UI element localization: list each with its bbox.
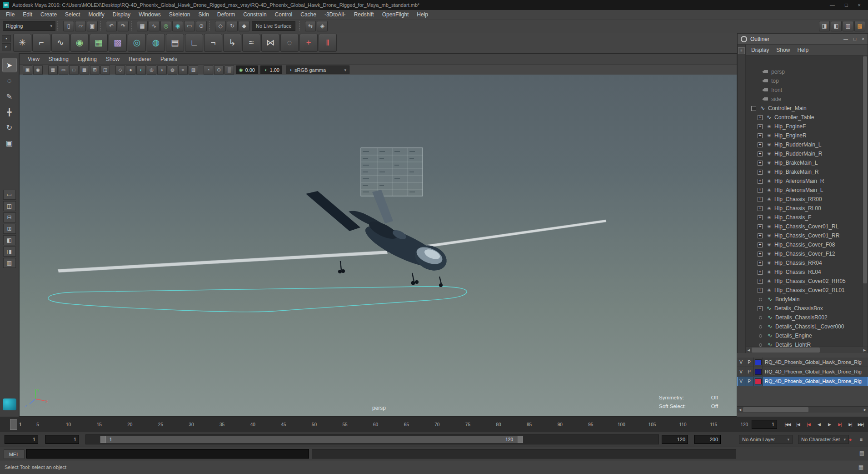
layer-color-cell[interactable]: [753, 367, 763, 376]
outliner-item-side[interactable]: side: [746, 95, 868, 104]
geodesic-voxel-bind-icon[interactable]: ◍: [147, 34, 165, 52]
shadows-icon[interactable]: ◗: [157, 66, 167, 75]
outliner-item-details-chassisl-cover000[interactable]: ∿Details_ChassisL_Cover000: [746, 322, 868, 331]
menu-3dtoall[interactable]: -3DtoAll-: [320, 10, 350, 20]
layer-name[interactable]: RQ_4D_Phoenix_Global_Hawk_Drone_Rig: [763, 367, 868, 376]
ik-handle-icon[interactable]: ⌐: [32, 34, 50, 52]
display-layer-row[interactable]: VPRQ_4D_Phoenix_Global_Hawk_Drone_Rig: [737, 377, 868, 386]
isolate-select-icon[interactable]: ⊙: [214, 66, 224, 75]
step-back-key-button[interactable]: |◀: [803, 419, 813, 430]
snap-to-points-icon[interactable]: ◎: [160, 21, 171, 31]
paint-skin-weights-icon[interactable]: ≈: [242, 34, 260, 52]
scale-tool[interactable]: ▣: [3, 136, 16, 150]
outliner-minimize-button[interactable]: —: [843, 36, 848, 41]
layer-name[interactable]: RQ_4D_Phoenix_Global_Hawk_Drone_Rig: [763, 377, 868, 386]
outliner-item-hlp-chassis-rr00[interactable]: +✳Hlp_Chassis_RR00: [746, 195, 868, 204]
select-tool[interactable]: ➤: [2, 58, 17, 72]
display-layer-row[interactable]: VPRQ_4D_Phoenix_Global_Hawk_Drone_Rig: [737, 367, 868, 377]
add-influence-icon[interactable]: ⋈: [261, 34, 279, 52]
layer-visibility-toggle[interactable]: V: [737, 358, 745, 367]
minimize-window-button[interactable]: —: [830, 2, 835, 8]
command-result-field[interactable]: [312, 449, 736, 459]
step-forward-key-button[interactable]: ▶|: [835, 419, 845, 430]
panel-menu-view[interactable]: View: [23, 56, 44, 62]
ik-spline-icon[interactable]: ∿: [51, 34, 70, 52]
character-set-dropdown[interactable]: No Character Set: [798, 435, 849, 444]
separator-handle[interactable]: [57, 21, 61, 30]
use-all-lights-icon[interactable]: ◎: [147, 66, 156, 75]
collapse-toggle-icon[interactable]: −: [751, 106, 756, 111]
select-camera-icon[interactable]: ▣: [23, 66, 32, 75]
timeline-playhead[interactable]: [10, 419, 17, 430]
play-forwards-button[interactable]: ▶: [824, 419, 834, 430]
outliner-item-hlp-chassis-cover01-rr[interactable]: +✳Hlp_Chassis_Cover01_RR: [746, 231, 868, 240]
menu-windows[interactable]: Windows: [135, 10, 165, 20]
outliner-vertical-scrollbar[interactable]: [862, 55, 868, 347]
paint-select-tool[interactable]: ✎: [3, 90, 16, 103]
outliner-item-hlp-chassis-cover02-rr05[interactable]: +✳Hlp_Chassis_Cover02_RR05: [746, 277, 868, 286]
viewport-canvas[interactable]: y x z persp Symmetry: Off Soft Select: O…: [20, 75, 737, 416]
menu-help[interactable]: Help: [413, 10, 432, 20]
menu-constrain[interactable]: Constrain: [239, 10, 270, 20]
layer-color-cell[interactable]: [753, 377, 763, 386]
separator-handle[interactable]: [299, 21, 303, 30]
panel-menu-shading[interactable]: Shading: [44, 56, 73, 62]
outliner-item-details-chassisr002[interactable]: ∿Details_ChassisR002: [746, 313, 868, 322]
bind-skin-icon[interactable]: ▤: [166, 34, 184, 52]
layout-three-panes-split-top[interactable]: ◧: [3, 235, 16, 245]
layer-name[interactable]: RQ_4D_Phoenix_Global_Hawk_Drone_Rig: [763, 358, 868, 367]
panel-menu-panels[interactable]: Panels: [156, 56, 182, 62]
outliner-menu-help[interactable]: Help: [793, 47, 812, 53]
layer-playback-toggle[interactable]: P: [745, 358, 753, 367]
attribute-editor-toggle-icon[interactable]: ◨: [819, 21, 830, 31]
close-window-button[interactable]: ×: [858, 2, 861, 8]
layout-two-panes-stacked[interactable]: ⊟: [3, 212, 16, 222]
menu-skeleton[interactable]: Skeleton: [165, 10, 195, 20]
outliner-item-hlp-chassis-cover01-rl[interactable]: +✳Hlp_Chassis_Cover01_RL: [746, 222, 868, 231]
play-backwards-button[interactable]: ◀: [814, 419, 824, 430]
highlight-selection-icon[interactable]: ◈: [317, 21, 328, 31]
outliner-menu-display[interactable]: Display: [748, 47, 773, 53]
menu-control[interactable]: Control: [271, 10, 297, 20]
snap-to-projected-center-icon[interactable]: ◉: [172, 21, 183, 31]
gate-mask-icon[interactable]: ▩: [80, 66, 89, 75]
tool-settings-toggle-icon[interactable]: ◧: [831, 21, 842, 31]
outliner-item-hlp-aileronsmain-l[interactable]: +✳Hlp_AileronsMain_L: [746, 186, 868, 195]
layout-outliner-persp[interactable]: ▥: [3, 258, 16, 268]
construction-history-icon[interactable]: ↻: [227, 21, 238, 31]
wireframe-icon[interactable]: ◇: [115, 66, 125, 75]
layer-playback-toggle[interactable]: P: [745, 377, 753, 386]
outliner-item-hlp-chassis-rl04[interactable]: +✳Hlp_Chassis_RL04: [746, 267, 868, 277]
menu-openflight[interactable]: OpenFlight: [378, 10, 413, 20]
resolution-gate-icon[interactable]: □: [69, 66, 79, 75]
display-layer-row[interactable]: VPRQ_4D_Phoenix_Global_Hawk_Drone_Rig: [737, 358, 868, 367]
outliner-item-top[interactable]: top: [746, 76, 868, 86]
motion-blur-icon[interactable]: ≈: [178, 66, 188, 75]
separator-handle[interactable]: [100, 21, 104, 30]
separator-handle[interactable]: [131, 21, 135, 30]
new-scene-icon[interactable]: ▯: [63, 21, 74, 31]
anti-aliasing-icon[interactable]: ▨: [189, 66, 198, 75]
gamma-field[interactable]: 1.00: [260, 66, 282, 74]
outliner-titlebar[interactable]: Outliner — □ ×: [738, 34, 868, 45]
view-transform-dropdown[interactable]: sRGB gamma: [286, 66, 349, 74]
menu-create[interactable]: Create: [36, 10, 61, 20]
layout-three-panes-split-left[interactable]: ◨: [3, 247, 16, 257]
lock-camera-icon[interactable]: ◉: [33, 66, 43, 75]
range-slider-track[interactable]: 1 120: [85, 434, 659, 444]
snap-to-curves-icon[interactable]: ∿: [149, 21, 160, 31]
exposure-field[interactable]: 0.00: [236, 66, 258, 74]
hik-control-rig-icon[interactable]: ▩: [109, 34, 127, 52]
outliner-item-hlp-chassis-cover-f12[interactable]: +✳Hlp_Chassis_Cover_F12: [746, 249, 868, 258]
shelf-tab-selector-icon[interactable]: ▾: [2, 35, 11, 42]
outliner-item-hlp-aileronsmain-r[interactable]: +✳Hlp_AileronsMain_R: [746, 176, 868, 186]
layout-two-panes-side-by-side[interactable]: ◫: [3, 201, 16, 211]
outliner-item-bodymain[interactable]: ∿BodyMain: [746, 295, 868, 304]
outliner-item-details-lightr[interactable]: ∿Details_LightR: [746, 340, 868, 347]
animation-preferences-icon[interactable]: ≡: [857, 435, 865, 444]
field-chart-icon[interactable]: ⊞: [90, 66, 100, 75]
panel-menu-renderer[interactable]: Renderer: [124, 56, 156, 62]
outliner-item-hlp-chassis-cover-f08[interactable]: +✳Hlp_Chassis_Cover_F08: [746, 240, 868, 249]
scrollbar-thumb[interactable]: [743, 407, 808, 412]
menu-select[interactable]: Select: [61, 10, 84, 20]
